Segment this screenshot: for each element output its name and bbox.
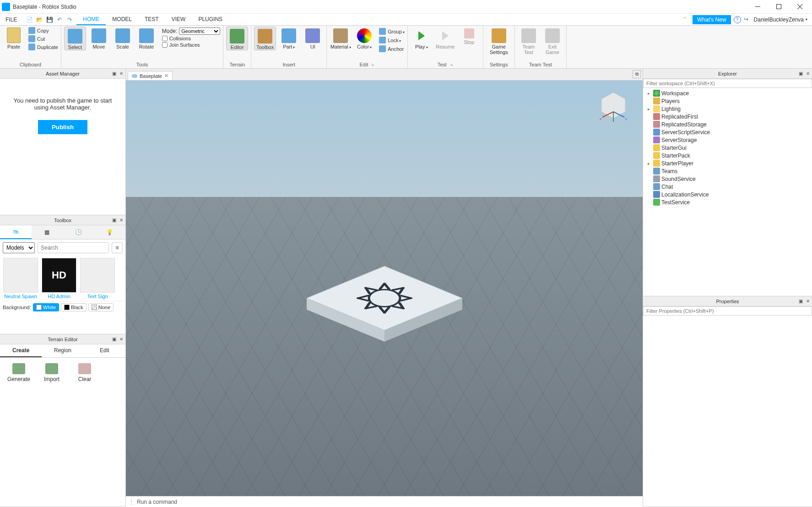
scale-button[interactable]: Scale [112, 27, 134, 49]
qat-redo-icon[interactable]: ↷ [65, 16, 74, 24]
terrain-close-icon[interactable]: ✕ [118, 336, 125, 343]
bg-white-button[interactable]: White [33, 303, 59, 311]
popout-button[interactable]: ⧉ [633, 70, 641, 78]
group-button[interactable]: Group [379, 27, 405, 35]
bg-none-button[interactable]: None [88, 303, 114, 311]
viewport-3d[interactable]: x z [126, 81, 643, 496]
axis-gizmo[interactable]: x z [595, 89, 632, 125]
terrain-clear-button[interactable]: Clear [71, 363, 98, 382]
tab-test[interactable]: TEST [138, 14, 165, 25]
exit-game-button[interactable]: Exit Game [541, 27, 563, 55]
cut-button[interactable]: Cut [28, 35, 58, 43]
publish-button[interactable]: Publish [38, 120, 87, 134]
explorer-node[interactable]: SoundService [645, 175, 810, 183]
explorer-node[interactable]: LocalizationService [645, 191, 810, 198]
move-button[interactable]: Move [88, 27, 110, 49]
anchor-button[interactable]: Anchor [379, 45, 405, 53]
test-dialog-launcher[interactable]: ↘ [449, 62, 453, 67]
part-button[interactable]: Part [278, 27, 300, 50]
explorer-node[interactable]: Teams [645, 167, 810, 175]
user-menu[interactable]: DanielBuckleyZenva ▾ [754, 16, 807, 23]
terrain-tab-region[interactable]: Region [42, 344, 83, 357]
game-settings-button[interactable]: Game Settings [486, 27, 512, 55]
toolbox-item[interactable]: Text Sign [80, 258, 115, 299]
color-button[interactable]: Color [353, 27, 375, 50]
tab-plugins[interactable]: PLUGINS [192, 14, 229, 25]
explorer-filter-input[interactable] [643, 79, 812, 88]
edit-dialog-launcher[interactable]: ↘ [371, 62, 374, 67]
explorer-undock-icon[interactable]: ▣ [797, 71, 804, 77]
explorer-node[interactable]: ReplicatedFirst [645, 113, 810, 120]
toolbox-item[interactable]: Neutral Spawn [3, 258, 38, 299]
properties-filter-input[interactable] [643, 306, 812, 316]
toolbox-filter-button[interactable]: ≡ [112, 242, 123, 253]
document-tab-close[interactable]: ✕ [164, 73, 168, 79]
whats-new-button[interactable]: What's New [693, 15, 731, 24]
toolbox-button[interactable]: Toolbox [254, 27, 276, 50]
explorer-close-icon[interactable]: ✕ [805, 71, 811, 77]
terrain-tab-edit[interactable]: Edit [84, 344, 125, 357]
copy-button[interactable]: Copy [28, 27, 58, 34]
expand-icon[interactable]: ▸ [646, 107, 651, 111]
tab-view[interactable]: VIEW [165, 14, 192, 25]
explorer-node[interactable]: ▸Workspace [645, 89, 810, 97]
explorer-node[interactable]: Chat [645, 183, 810, 191]
toolbox-tab-recent[interactable]: 🕒 [63, 225, 94, 239]
explorer-node[interactable]: ServerScriptService [645, 128, 810, 136]
file-menu[interactable]: FILE [0, 14, 22, 25]
qat-open-icon[interactable]: 📂 [35, 16, 43, 24]
asset-close-icon[interactable]: ✕ [118, 71, 125, 77]
stop-button[interactable]: Stop [458, 27, 480, 45]
close-button[interactable] [789, 0, 810, 13]
explorer-node[interactable]: ServerStorage [645, 136, 810, 144]
collisions-checkbox[interactable]: Collisions [162, 36, 220, 41]
upgrade-icon[interactable]: ⌃ [682, 16, 690, 23]
help-icon[interactable]: ? [734, 16, 741, 23]
toolbox-close-icon[interactable]: ✕ [118, 217, 125, 224]
toolbox-tab-inventory[interactable]: ▦ [32, 225, 63, 239]
resume-button[interactable]: Resume [434, 27, 456, 49]
document-tab[interactable]: Baseplate ✕ [128, 71, 173, 80]
material-button[interactable]: Material [330, 27, 352, 50]
toolbox-tab-marketplace[interactable]: 🛍 [0, 225, 32, 239]
mode-select[interactable]: Geometric [179, 27, 220, 35]
toolbox-tab-creations[interactable]: 💡 [94, 225, 126, 239]
paste-button[interactable]: Paste [3, 27, 25, 49]
maximize-button[interactable] [768, 0, 789, 13]
properties-close-icon[interactable]: ✕ [805, 298, 811, 305]
lock-button[interactable]: Lock [379, 36, 405, 44]
terrain-tab-create[interactable]: Create [0, 344, 42, 357]
duplicate-button[interactable]: Duplicate [28, 43, 58, 51]
terrain-editor-button[interactable]: Editor [226, 27, 248, 50]
team-test-button[interactable]: Team Test [518, 27, 540, 55]
explorer-node[interactable]: ▸Lighting [645, 105, 810, 113]
select-button[interactable]: Select [64, 27, 86, 50]
explorer-node[interactable]: ReplicatedStorage [645, 120, 810, 128]
terrain-generate-button[interactable]: Generate [5, 363, 32, 382]
explorer-node[interactable]: TestService [645, 198, 810, 206]
toolbox-category-select[interactable]: Models [3, 242, 35, 253]
toolbox-search-input[interactable] [38, 243, 109, 253]
ui-button[interactable]: UI [302, 27, 324, 49]
explorer-node[interactable]: StarterPack [645, 152, 810, 159]
command-bar[interactable]: Run a command [126, 496, 643, 507]
expand-icon[interactable]: ▸ [646, 91, 651, 96]
minimize-button[interactable] [747, 0, 768, 13]
explorer-node[interactable]: StarterGui [645, 144, 810, 152]
explorer-node[interactable]: Players [645, 97, 810, 105]
properties-undock-icon[interactable]: ▣ [797, 298, 804, 305]
toolbox-undock-icon[interactable]: ▣ [111, 217, 117, 224]
qat-undo-icon[interactable]: ↶ [55, 16, 64, 24]
terrain-import-button[interactable]: Import [38, 363, 65, 382]
share-icon[interactable]: ↪ [744, 16, 751, 23]
terrain-undock-icon[interactable]: ▣ [111, 336, 117, 343]
qat-new-icon[interactable]: 📄 [25, 16, 33, 24]
tab-home[interactable]: HOME [76, 14, 106, 25]
rotate-button[interactable]: Rotate [135, 27, 157, 49]
join-surfaces-checkbox[interactable]: Join Surfaces [162, 42, 220, 48]
asset-undock-icon[interactable]: ▣ [111, 71, 117, 77]
explorer-node[interactable]: ▸StarterPlayer [645, 159, 810, 167]
qat-save-icon[interactable]: 💾 [45, 16, 54, 24]
bg-black-button[interactable]: Black [61, 303, 87, 311]
toolbox-item[interactable]: HD HD Admin [41, 258, 77, 299]
